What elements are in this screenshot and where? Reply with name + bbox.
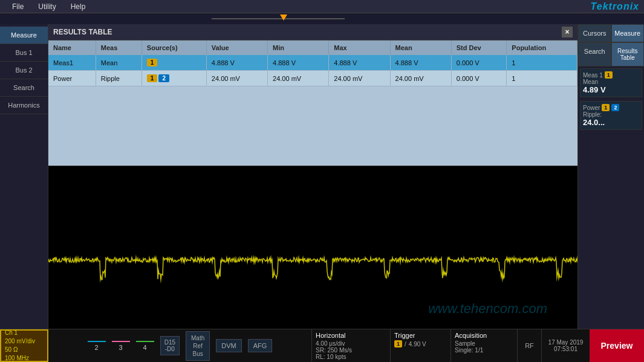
ch4-button[interactable]: 4: [136, 341, 154, 351]
table-body: Meas1 Mean 1 4.888 V 4.888 V 4.888 V 4.8…: [48, 55, 577, 86]
cell-max: 24.00 mV: [329, 71, 390, 86]
col-min: Min: [268, 40, 329, 55]
sidebar-item-bus2[interactable]: Bus 2: [0, 62, 48, 79]
waveform-area: T C1 ⋮ www.tehencom.com: [48, 166, 577, 329]
results-area: RESULTS TABLE × Name Meas Source(s) Valu…: [48, 24, 577, 329]
dvm-button[interactable]: DVM: [216, 339, 241, 352]
col-mean: Mean: [390, 40, 451, 55]
d15-button[interactable]: D15 -D0: [160, 336, 180, 355]
menu-file[interactable]: File: [5, 0, 31, 13]
math-ref-bus-button[interactable]: Math Ref Bus: [186, 331, 210, 361]
col-max: Max: [329, 40, 390, 55]
acquisition-count: Single: 1/1: [455, 347, 513, 354]
meas1-title: Meas 1 1: [583, 71, 639, 79]
cursors-button[interactable]: Cursors: [578, 24, 611, 42]
horizontal-tdiv: 4.00 μs/div: [316, 340, 386, 347]
channel-buttons: 2 3 4 D15 -D0 Math Ref Bus DVM AFG: [48, 329, 311, 362]
cell-sources: 12: [141, 71, 206, 86]
power-value: 24.0...: [583, 118, 639, 127]
brand-logo: Tektronix: [591, 1, 639, 12]
cell-value: 24.00 mV: [206, 71, 267, 86]
ch2-button[interactable]: 2: [88, 341, 106, 351]
rf-button[interactable]: RF: [517, 329, 541, 362]
cell-meas: Mean: [96, 55, 141, 71]
menu-utility[interactable]: Utility: [31, 0, 63, 13]
sidebar-item-harmonics[interactable]: Harmonics: [0, 97, 48, 114]
acquisition-status[interactable]: Acquisition Sample Single: 1/1: [450, 329, 517, 362]
ch1-bandwidth: 100 MHz: [5, 354, 44, 362]
ch1-impedance: 50 Ω: [5, 346, 44, 354]
trigger-channel-badge: 1: [394, 340, 402, 347]
col-sources: Source(s): [141, 40, 206, 55]
main-content: Measure Bus 1 Bus 2 Search Harmonics RES…: [0, 24, 644, 329]
col-population: Population: [507, 40, 577, 55]
ch4-label: 4: [143, 344, 147, 351]
cell-population: 1: [507, 71, 577, 86]
datetime-display: 17 May 2019 07:53:01: [541, 329, 590, 362]
preview-button[interactable]: Preview: [590, 329, 644, 362]
trigger-title: Trigger: [394, 332, 447, 339]
results-table-title: RESULTS TABLE: [53, 28, 112, 36]
sidebar-item-bus1[interactable]: Bus 1: [0, 44, 48, 62]
acquisition-title: Acquisition: [455, 332, 513, 339]
cell-value: 4.888 V: [206, 55, 267, 71]
measure-button[interactable]: Measure: [611, 24, 645, 42]
power-title: Power 1 2: [583, 104, 639, 111]
cell-mean: 4.888 V: [390, 55, 451, 71]
table-row[interactable]: Power Ripple 12 24.00 mV 24.00 mV 24.00 …: [48, 71, 577, 86]
cell-stddev: 0.000 V: [451, 55, 507, 71]
results-table: Name Meas Source(s) Value Min Max Mean S…: [48, 40, 577, 166]
meas1-badge: 1: [605, 71, 613, 79]
afg-button[interactable]: AFG: [248, 339, 273, 352]
ch3-label: 3: [119, 344, 123, 351]
ch1-status[interactable]: Ch 1 200 mV/div 50 Ω 100 MHz: [0, 329, 48, 362]
col-name: Name: [48, 40, 96, 55]
results-table-header: RESULTS TABLE ×: [48, 24, 577, 40]
cell-meas: Ripple: [96, 71, 141, 86]
col-value: Value: [206, 40, 267, 55]
ch3-button[interactable]: 3: [112, 341, 130, 351]
horizontal-title: Horizontal: [316, 332, 386, 339]
rp-top-buttons: Cursors Measure: [578, 24, 644, 42]
meas1-type: Mean: [583, 79, 639, 85]
acquisition-mode: Sample: [455, 340, 513, 347]
trigger-position-arrow: [280, 15, 287, 21]
right-panel: Cursors Measure Search Results Table Mea…: [577, 24, 644, 329]
ch4-line: [136, 341, 154, 342]
trigger-bar: [0, 13, 644, 24]
horizontal-rl: RL: 10 kpts: [316, 354, 386, 360]
power-badge1: 1: [602, 104, 610, 111]
results-table-button[interactable]: Results Table: [611, 42, 645, 66]
meas1-card: Meas 1 1 Mean 4.89 V: [580, 68, 642, 97]
ch2-line: [88, 341, 106, 342]
cell-name: Meas1: [48, 55, 96, 71]
table-row[interactable]: Meas1 Mean 1 4.888 V 4.888 V 4.888 V 4.8…: [48, 55, 577, 71]
waveform-canvas: [48, 166, 577, 329]
power-card: Power 1 2 Ripple: 24.0...: [580, 101, 642, 130]
ch3-line: [112, 341, 130, 342]
cell-stddev: 0.000 V: [451, 71, 507, 86]
status-bar: Ch 1 200 mV/div 50 Ω 100 MHz 2 3 4 D15 -…: [0, 329, 644, 362]
horizontal-status[interactable]: Horizontal 4.00 μs/div SR: 250 Ms/s RL: …: [311, 329, 390, 362]
search-button[interactable]: Search: [578, 42, 611, 66]
trigger-level: 4.90 V: [409, 341, 426, 347]
rp-bottom-buttons: Search Results Table: [578, 42, 644, 66]
sidebar: Measure Bus 1 Bus 2 Search Harmonics: [0, 24, 48, 329]
cell-name: Power: [48, 71, 96, 86]
cell-population: 1: [507, 55, 577, 71]
power-type: Ripple:: [583, 111, 639, 118]
meas1-value: 4.89 V: [583, 85, 639, 94]
close-button[interactable]: ×: [562, 27, 573, 37]
ch2-label: 2: [95, 344, 99, 351]
trigger-icon: /: [405, 341, 406, 347]
col-meas: Meas: [96, 40, 141, 55]
sidebar-item-search[interactable]: Search: [0, 79, 48, 97]
cell-min: 4.888 V: [268, 55, 329, 71]
trigger-status[interactable]: Trigger 1 / 4.90 V: [390, 329, 450, 362]
menu-bar: File Utility Help Tektronix: [0, 0, 644, 13]
time-label: 07:53:01: [554, 346, 577, 352]
col-stddev: Std Dev: [451, 40, 507, 55]
cell-min: 24.00 mV: [268, 71, 329, 86]
sidebar-item-measure[interactable]: Measure: [0, 27, 48, 44]
menu-help[interactable]: Help: [63, 0, 93, 13]
